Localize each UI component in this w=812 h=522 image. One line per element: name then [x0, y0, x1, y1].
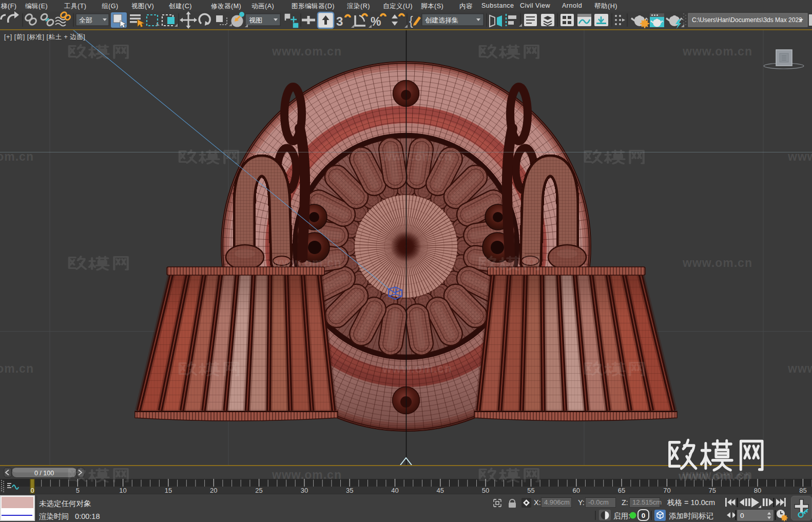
svg-text:15: 15 — [165, 487, 172, 494]
svg-text:C:\Users\Han\Documents\3ds Max: C:\Users\Han\Documents\3ds Max 2022 — [692, 16, 802, 24]
svg-text:10: 10 — [119, 487, 126, 494]
svg-text:视图: 视图 — [249, 16, 262, 24]
svg-text:0: 0 — [642, 512, 646, 519]
svg-text:70: 70 — [663, 487, 670, 494]
svg-text:45: 45 — [437, 487, 444, 494]
svg-text:0 / 100: 0 / 100 — [34, 470, 54, 477]
svg-text:Z:: Z: — [622, 498, 628, 507]
svg-text:40: 40 — [391, 487, 398, 494]
svg-text:%: % — [371, 15, 381, 28]
svg-text:[+] [前] [标准] [粘土 + 边面]: [+] [前] [标准] [粘土 + 边面] — [4, 33, 85, 41]
svg-text:75: 75 — [708, 487, 716, 494]
svg-text:0: 0 — [740, 512, 744, 519]
svg-text:启用:: 启用: — [613, 512, 630, 520]
svg-text:35: 35 — [346, 487, 353, 494]
svg-text:全部: 全部 — [79, 16, 92, 24]
svg-text:85: 85 — [799, 487, 806, 494]
svg-text:0: 0 — [30, 487, 34, 494]
svg-text:55: 55 — [527, 487, 534, 494]
svg-text:X:: X: — [534, 498, 541, 507]
svg-text:5: 5 — [76, 487, 80, 494]
svg-text:80: 80 — [754, 487, 761, 494]
svg-text:Y:: Y: — [578, 498, 585, 507]
svg-text:创建选择集: 创建选择集 — [425, 16, 458, 24]
svg-text:添加时间标记: 添加时间标记 — [669, 512, 713, 520]
svg-text:30: 30 — [301, 487, 308, 494]
svg-text:65: 65 — [618, 487, 625, 494]
svg-text:60: 60 — [573, 487, 580, 494]
svg-text:栈格 = 10.0cm: 栈格 = 10.0cm — [667, 498, 715, 507]
svg-text:50: 50 — [482, 487, 489, 494]
svg-text:{: { — [409, 14, 413, 28]
svg-text:3: 3 — [336, 14, 343, 28]
svg-text:20: 20 — [210, 487, 217, 494]
svg-text:25: 25 — [255, 487, 262, 494]
